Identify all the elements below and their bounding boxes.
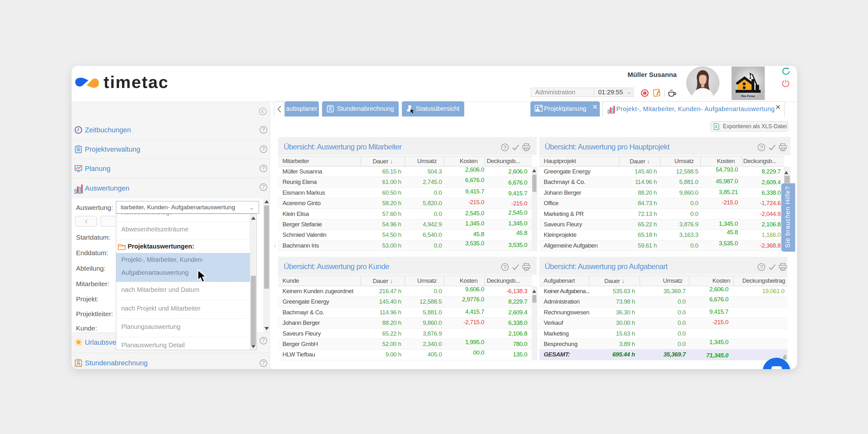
svg-text:Ihre Firma: Ihre Firma: [741, 94, 755, 97]
svg-text:?: ?: [760, 145, 763, 151]
svg-text:?: ?: [760, 264, 763, 270]
svg-text:E: E: [715, 125, 718, 128]
svg-text:?: ?: [503, 145, 506, 151]
svg-text:?: ?: [503, 264, 506, 270]
